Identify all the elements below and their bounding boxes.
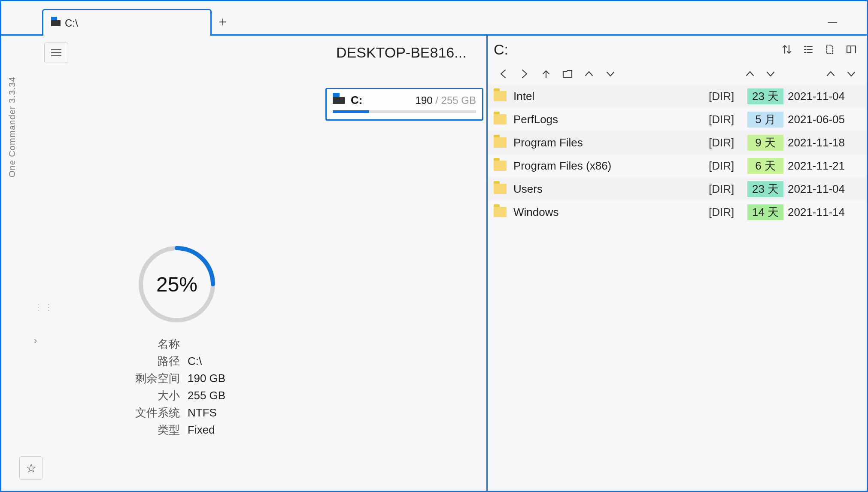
file-date: 2021-06-05 bbox=[788, 113, 861, 126]
folder-icon bbox=[494, 161, 507, 171]
nav-back-button[interactable] bbox=[494, 64, 513, 83]
info-size-label: 大小 bbox=[129, 387, 180, 404]
nav-toolbar bbox=[488, 63, 867, 85]
sort-toggle-icon[interactable] bbox=[777, 40, 796, 59]
tab-label: C:\ bbox=[65, 17, 78, 29]
info-type-label: 类型 bbox=[129, 421, 180, 438]
file-name: Program Files (x86) bbox=[513, 159, 709, 173]
file-age: 23 天 bbox=[747, 88, 783, 104]
file-row[interactable]: Windows[DIR]14 天2021-11-14 bbox=[488, 200, 867, 224]
tabbar-border bbox=[1, 34, 42, 36]
file-date: 2021-11-18 bbox=[788, 136, 861, 149]
info-path-label: 路径 bbox=[129, 352, 180, 370]
new-tab-button[interactable]: ＋ bbox=[212, 9, 234, 36]
file-type: [DIR] bbox=[709, 159, 743, 173]
expand-button[interactable]: › bbox=[34, 335, 37, 346]
favorites-button[interactable]: ☆ bbox=[19, 456, 42, 480]
file-age: 9 天 bbox=[747, 135, 783, 151]
file-date: 2021-11-04 bbox=[788, 182, 861, 196]
capacity-bar bbox=[333, 110, 476, 113]
file-type: [DIR] bbox=[709, 136, 743, 149]
folder-icon bbox=[494, 114, 507, 125]
drive-name: C: bbox=[351, 94, 362, 107]
file-age: 14 天 bbox=[747, 204, 783, 220]
minimize-button[interactable] bbox=[819, 14, 845, 31]
chevron-down-icon[interactable] bbox=[601, 64, 620, 83]
file-type: [DIR] bbox=[709, 113, 743, 126]
file-name: Users bbox=[513, 182, 709, 196]
sort-col2-down-icon[interactable] bbox=[761, 64, 780, 83]
current-path[interactable]: C: bbox=[494, 41, 775, 58]
tab-c-drive[interactable]: C:\ bbox=[42, 9, 212, 36]
info-fs-value: NTFS bbox=[188, 404, 217, 421]
file-date: 2021-11-21 bbox=[788, 159, 861, 173]
file-row[interactable]: PerfLogs[DIR]5 月2021-06-05 bbox=[488, 108, 867, 131]
drive-info-table: 名称 路径C:\ 剩余空间190 GB 大小255 GB 文件系统NTFS 类型… bbox=[129, 335, 225, 438]
dual-pane-icon[interactable] bbox=[842, 40, 861, 59]
drive-icon bbox=[333, 97, 345, 104]
app-window: One Commander 3.3.34 C:\ ＋ DESKTOP-BE816… bbox=[0, 0, 868, 492]
info-free-value: 190 GB bbox=[188, 370, 225, 387]
file-pane-header: C: bbox=[488, 36, 867, 63]
file-type: [DIR] bbox=[709, 206, 743, 219]
file-row[interactable]: Program Files[DIR]9 天2021-11-18 bbox=[488, 131, 867, 154]
list-view-icon[interactable] bbox=[799, 40, 818, 59]
usage-percent: 25% bbox=[136, 243, 218, 325]
file-age: 5 月 bbox=[747, 112, 783, 128]
app-title: One Commander 3.3.34 bbox=[7, 49, 20, 177]
file-list: Intel[DIR]23 天2021-11-04PerfLogs[DIR]5 月… bbox=[488, 85, 867, 224]
new-file-icon[interactable] bbox=[820, 40, 839, 59]
file-name: Intel bbox=[513, 90, 709, 103]
drag-handle[interactable]: ⋮⋮ bbox=[34, 302, 55, 312]
drive-card[interactable]: C: 190 / 255 GB bbox=[325, 88, 483, 121]
file-name: Windows bbox=[513, 206, 709, 219]
file-date: 2021-11-14 bbox=[788, 206, 861, 219]
info-free-label: 剩余空间 bbox=[129, 370, 180, 387]
info-type-value: Fixed bbox=[188, 421, 215, 438]
file-row[interactable]: Program Files (x86)[DIR]6 天2021-11-21 bbox=[488, 154, 867, 177]
nav-up-button[interactable] bbox=[537, 64, 555, 83]
file-type: [DIR] bbox=[709, 182, 743, 196]
drive-capacity: 190 / 255 GB bbox=[416, 94, 476, 106]
info-fs-label: 文件系统 bbox=[129, 404, 180, 421]
sort-col2-up-icon[interactable] bbox=[741, 64, 759, 83]
file-pane: C: bbox=[488, 36, 867, 491]
usage-ring: 25% bbox=[136, 243, 218, 325]
file-name: Program Files bbox=[513, 136, 709, 149]
folder-icon bbox=[494, 207, 507, 217]
hostname-label: DESKTOP-BE816... bbox=[336, 44, 482, 61]
file-type: [DIR] bbox=[709, 90, 743, 103]
file-name: PerfLogs bbox=[513, 113, 709, 126]
folder-icon bbox=[494, 184, 507, 194]
file-date: 2021-11-04 bbox=[788, 90, 861, 103]
sort-col3-up-icon[interactable] bbox=[821, 64, 840, 83]
folder-icon bbox=[494, 91, 507, 101]
drive-icon bbox=[51, 20, 61, 26]
nav-forward-button[interactable] bbox=[515, 64, 534, 83]
sort-col3-down-icon[interactable] bbox=[842, 64, 861, 83]
folder-picker-icon[interactable] bbox=[558, 64, 577, 83]
file-age: 6 天 bbox=[747, 158, 783, 174]
tab-bar: C:\ ＋ bbox=[42, 9, 234, 36]
file-row[interactable]: Intel[DIR]23 天2021-11-04 bbox=[488, 85, 867, 108]
menu-button[interactable] bbox=[44, 43, 68, 63]
info-path-value: C:\ bbox=[188, 352, 202, 370]
file-row[interactable]: Users[DIR]23 天2021-11-04 bbox=[488, 177, 867, 200]
file-age: 23 天 bbox=[747, 181, 783, 197]
chevron-up-icon[interactable] bbox=[580, 64, 598, 83]
info-size-value: 255 GB bbox=[188, 387, 225, 404]
info-name-label: 名称 bbox=[129, 335, 180, 352]
folder-icon bbox=[494, 137, 507, 148]
